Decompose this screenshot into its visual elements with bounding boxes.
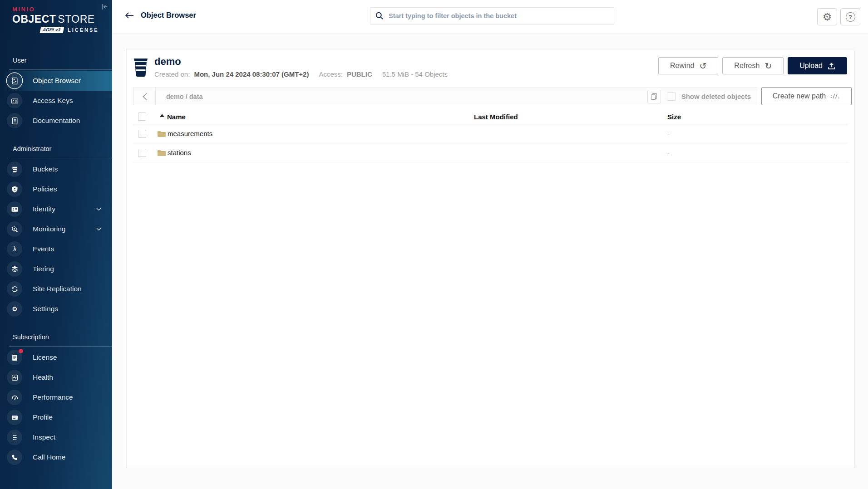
sidebar-item-inspect[interactable]: Inspect bbox=[0, 427, 112, 447]
refresh-icon: ↻ bbox=[764, 62, 772, 70]
sidebar-item-buckets[interactable]: Buckets bbox=[0, 159, 112, 179]
sidebar-item-label: Profile bbox=[33, 413, 53, 421]
sidebar-item-label: Object Browser bbox=[33, 77, 81, 85]
sidebar-item-events[interactable]: λEvents bbox=[0, 239, 112, 259]
nav-section-administrator: AdministratorBucketsPoliciesIdentityMoni… bbox=[0, 141, 112, 319]
row-checkbox[interactable] bbox=[138, 130, 146, 138]
chevron-down-icon bbox=[96, 208, 101, 211]
sidebar-item-label: Inspect bbox=[33, 433, 55, 441]
site-replication-icon bbox=[7, 281, 22, 297]
performance-icon bbox=[7, 390, 22, 405]
chevron-left-icon bbox=[142, 93, 148, 101]
sort-asc-icon bbox=[160, 114, 164, 117]
rewind-button[interactable]: Rewind↺ bbox=[658, 57, 718, 74]
rewind-icon: ↺ bbox=[699, 62, 706, 70]
column-header-size[interactable]: Size bbox=[667, 113, 848, 121]
bucket-header: demo Created on: Mon, Jun 24 2024 08:30:… bbox=[127, 49, 854, 79]
bucket-meta: Created on: Mon, Jun 24 2024 08:30:07 (G… bbox=[154, 70, 448, 78]
sidebar-item-label: Settings bbox=[33, 305, 58, 313]
sidebar-item-label: Monitoring bbox=[33, 225, 65, 233]
help-button[interactable]: ? bbox=[840, 8, 860, 25]
license-word: LICENSE bbox=[68, 27, 99, 33]
nav-section-user: UserObject BrowserAccess KeysDocumentati… bbox=[0, 52, 112, 131]
sidebar-item-license[interactable]: License bbox=[0, 347, 112, 367]
sidebar-item-label: Documentation bbox=[33, 117, 80, 125]
license-icon bbox=[7, 350, 22, 365]
svg-text:⚙: ⚙ bbox=[12, 305, 17, 313]
show-deleted-checkbox[interactable] bbox=[667, 92, 676, 101]
nav-section-subscription: SubscriptionLicenseHealthPerformanceProf… bbox=[0, 329, 112, 467]
bucket-name: demo bbox=[154, 56, 448, 67]
sidebar-item-performance[interactable]: Performance bbox=[0, 387, 112, 407]
table-body: measurements-stations- bbox=[133, 124, 848, 162]
breadcrumb-back-button[interactable] bbox=[134, 88, 156, 105]
notification-dot bbox=[19, 349, 23, 353]
bucket-info: demo Created on: Mon, Jun 24 2024 08:30:… bbox=[154, 56, 448, 78]
help-icon: ? bbox=[846, 12, 855, 22]
bucket-actions: Rewind↺ Refresh↻ Upload bbox=[658, 57, 847, 74]
nav-section-title: Subscription bbox=[9, 329, 112, 347]
breadcrumb-bar: demo / data Show deleted objects bbox=[133, 88, 757, 105]
upload-icon bbox=[828, 62, 835, 70]
sidebar-collapse-icon[interactable] bbox=[101, 4, 108, 12]
access-label: Access: bbox=[319, 70, 343, 78]
sidebar-item-monitoring[interactable]: Monitoring bbox=[0, 219, 112, 239]
refresh-button[interactable]: Refresh↻ bbox=[722, 57, 784, 74]
events-icon: λ bbox=[7, 241, 22, 257]
sidebar-item-access-keys[interactable]: Access Keys bbox=[0, 91, 112, 111]
top-bar: Object Browser ⚙ ? bbox=[112, 0, 868, 34]
folder-icon bbox=[157, 149, 166, 156]
access-keys-icon bbox=[7, 93, 22, 108]
sidebar-item-call-home[interactable]: Call Home bbox=[0, 447, 112, 467]
sidebar-item-label: Buckets bbox=[33, 165, 58, 173]
sidebar-item-policies[interactable]: Policies bbox=[0, 179, 112, 199]
search-input[interactable] bbox=[388, 12, 609, 20]
breadcrumb[interactable]: demo / data bbox=[156, 93, 647, 100]
bucket-usage: 51.5 MiB - 54 Objects bbox=[382, 70, 448, 78]
object-name-cell[interactable]: stations bbox=[157, 149, 474, 156]
copy-path-button[interactable] bbox=[647, 90, 661, 103]
size-cell: - bbox=[667, 130, 848, 137]
nav-section-title: User bbox=[9, 52, 112, 70]
product-name: OBJECTSTORE bbox=[12, 13, 112, 25]
select-all-checkbox[interactable] bbox=[138, 112, 146, 121]
row-checkbox[interactable] bbox=[138, 149, 146, 157]
sidebar-item-site-replication[interactable]: Site Replication bbox=[0, 279, 112, 299]
objects-table: Name Last Modified Size measurements-sta… bbox=[133, 109, 848, 162]
gear-icon: ⚙ bbox=[823, 12, 832, 22]
minio-logo: MINIO OBJECTSTORE AGPLv3 LICENSE bbox=[0, 0, 112, 33]
table-row[interactable]: measurements- bbox=[133, 124, 848, 143]
sidebar-item-label: Performance bbox=[33, 393, 73, 401]
column-header-name[interactable]: Name bbox=[157, 113, 474, 121]
sidebar-item-label: License bbox=[33, 353, 57, 362]
breadcrumb-actions: Show deleted objects bbox=[647, 90, 757, 103]
sidebar-item-object-browser[interactable]: Object Browser bbox=[0, 71, 112, 91]
search-icon bbox=[375, 12, 384, 20]
sidebar-nav: UserObject BrowserAccess KeysDocumentati… bbox=[0, 52, 112, 467]
settings-icon: ⚙ bbox=[7, 301, 22, 317]
show-deleted-label: Show deleted objects bbox=[681, 93, 751, 100]
created-value: Mon, Jun 24 2024 08:30:07 (GMT+2) bbox=[194, 70, 309, 78]
sidebar-item-settings[interactable]: ⚙Settings bbox=[0, 299, 112, 319]
column-header-last-modified[interactable]: Last Modified bbox=[474, 113, 667, 121]
size-cell: - bbox=[667, 149, 848, 156]
upload-button[interactable]: Upload bbox=[788, 57, 847, 74]
object-name: measurements bbox=[168, 130, 212, 137]
sidebar-item-label: Call Home bbox=[33, 453, 65, 461]
create-new-path-button[interactable]: Create new path bbox=[761, 87, 852, 105]
sidebar-item-health[interactable]: Health bbox=[0, 367, 112, 387]
table-row[interactable]: stations- bbox=[133, 143, 848, 162]
sidebar-item-identity[interactable]: Identity bbox=[0, 199, 112, 219]
health-icon bbox=[7, 370, 22, 385]
sidebar-item-tiering[interactable]: Tiering bbox=[0, 259, 112, 279]
minio-wordmark: MINIO bbox=[12, 6, 112, 13]
object-name-cell[interactable]: measurements bbox=[157, 130, 474, 137]
copy-icon bbox=[651, 93, 657, 100]
table-header-row: Name Last Modified Size bbox=[133, 109, 848, 124]
nav-section-title: Administrator bbox=[9, 141, 112, 158]
sidebar-item-documentation[interactable]: Documentation bbox=[0, 111, 112, 131]
sidebar-item-profile[interactable]: Profile bbox=[0, 407, 112, 427]
folder-icon bbox=[157, 130, 166, 137]
settings-gear-button[interactable]: ⚙ bbox=[817, 8, 837, 25]
back-arrow-icon[interactable] bbox=[125, 12, 134, 19]
